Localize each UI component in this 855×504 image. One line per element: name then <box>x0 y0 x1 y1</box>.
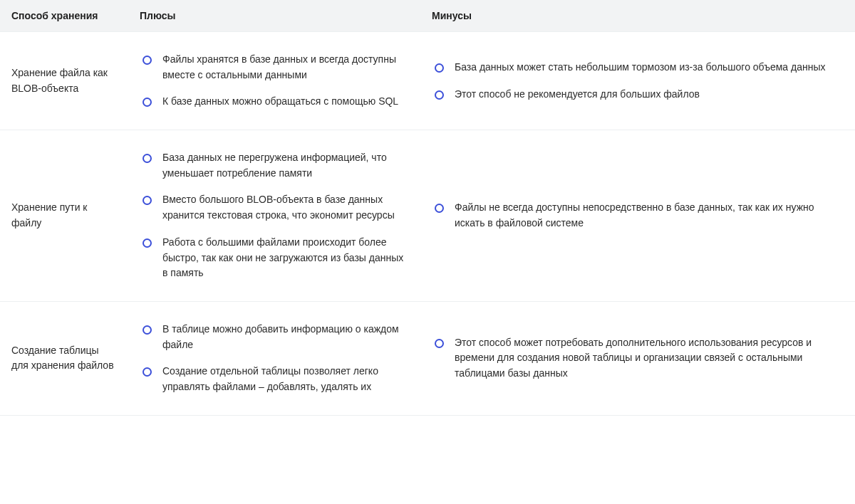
pros-list: База данных не перегружена информацией, … <box>140 150 409 281</box>
list-item: Создание отдельной таблицы позволяет лег… <box>140 364 409 394</box>
cons-cell: Файлы не всегда доступны непосредственно… <box>420 130 855 302</box>
cons-cell: База данных может стать небольшим тормоз… <box>420 32 855 130</box>
list-item: Работа с большими файлами происходит бол… <box>140 235 409 281</box>
header-pros: Плюсы <box>128 0 420 32</box>
pros-list: В таблице можно добавить информацию о ка… <box>140 322 409 395</box>
list-item: Этот способ не рекомендуется для больших… <box>432 87 844 103</box>
list-item: К базе данных можно обращаться с помощью… <box>140 94 409 110</box>
pros-cell: В таблице можно добавить информацию о ка… <box>128 301 420 415</box>
cons-list: Файлы не всегда доступны непосредственно… <box>432 200 844 231</box>
list-item: Файлы не всегда доступны непосредственно… <box>432 200 844 231</box>
cons-list: База данных может стать небольшим тормоз… <box>432 60 844 102</box>
method-cell: Хранение файла как BLOB-объекта <box>0 32 128 130</box>
method-cell: Хранение пути к файлу <box>0 130 128 302</box>
pros-list: Файлы хранятся в базе данных и всегда до… <box>140 52 409 110</box>
list-item: Вместо большого BLOB-объекта в базе данн… <box>140 192 409 223</box>
pros-cell: База данных не перегружена информацией, … <box>128 130 420 302</box>
list-item: База данных не перегружена информацией, … <box>140 150 409 181</box>
header-cons: Минусы <box>420 0 855 32</box>
header-method: Способ хранения <box>0 0 128 32</box>
storage-methods-table: Способ хранения Плюсы Минусы Хранение фа… <box>0 0 855 416</box>
table-row: Хранение файла как BLOB-объекта Файлы хр… <box>0 32 855 130</box>
list-item: Файлы хранятся в базе данных и всегда до… <box>140 52 409 83</box>
cons-list: Этот способ может потребовать дополнител… <box>432 335 844 382</box>
list-item: База данных может стать небольшим тормоз… <box>432 60 844 75</box>
list-item: Этот способ может потребовать дополнител… <box>432 335 844 382</box>
table-header-row: Способ хранения Плюсы Минусы <box>0 0 855 32</box>
cons-cell: Этот способ может потребовать дополнител… <box>420 301 855 415</box>
table-row: Создание таблицы для хранения файлов В т… <box>0 301 855 415</box>
table-row: Хранение пути к файлу База данных не пер… <box>0 130 855 302</box>
list-item: В таблице можно добавить информацию о ка… <box>140 322 409 352</box>
method-cell: Создание таблицы для хранения файлов <box>0 301 128 415</box>
pros-cell: Файлы хранятся в базе данных и всегда до… <box>128 32 420 130</box>
